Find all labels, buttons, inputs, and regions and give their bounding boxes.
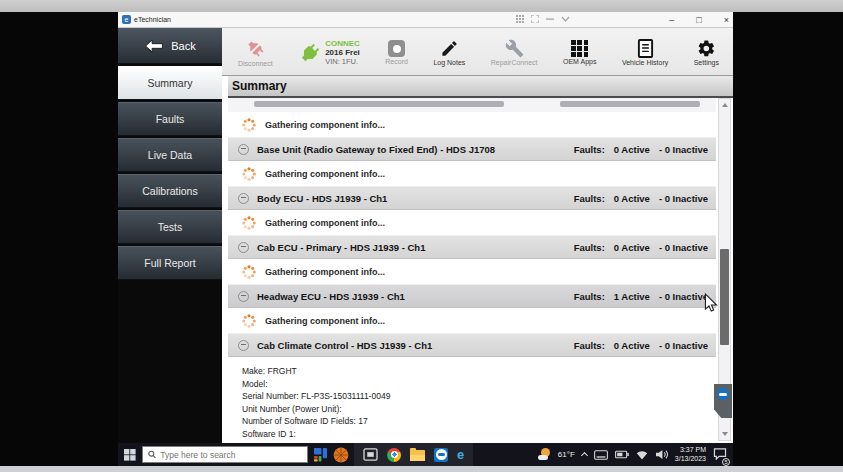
chrome-icon[interactable] (387, 448, 401, 462)
sidebar-item-tests[interactable]: Tests (118, 210, 222, 244)
search-input[interactable] (160, 450, 302, 460)
connection-status: CONNEC (325, 39, 360, 48)
sidebar-tab-label: Summary (148, 77, 193, 89)
etechnician-logo-icon: e (122, 15, 131, 24)
page-title: Summary (228, 76, 733, 98)
faults-active-count: 0 Active (614, 144, 650, 155)
sidebar-item-calibrations[interactable]: Calibrations (118, 174, 222, 208)
screen: e eTechnician – □ × Back S (0, 0, 843, 472)
connect-status[interactable]: CONNEC 2016 Frei VIN: 1FU. (298, 39, 360, 66)
spinner-icon (242, 118, 256, 132)
weather-icon[interactable] (538, 448, 551, 461)
tray-network-icon[interactable] (636, 450, 648, 460)
ecu-name: Headway ECU - HDS J1939 - Ch1 (257, 291, 566, 302)
tray-chevron-up-icon[interactable] (581, 452, 588, 459)
gathering-text: Gathering component info... (265, 316, 385, 326)
summary-panel: Summary Gathering component info... Base… (222, 76, 733, 443)
sidebar-item-full-report[interactable]: Full Report (118, 246, 222, 280)
ecu-group-row[interactable]: Body ECU - HDS J1939 - Ch1 Faults: 0 Act… (228, 186, 716, 210)
gathering-text: Gathering component info... (265, 218, 385, 228)
back-button[interactable]: Back (118, 28, 222, 64)
faults-summary: Faults: 0 Active - 0 Inactive (574, 193, 710, 204)
spinner-icon (242, 314, 256, 328)
settings-label: Settings (694, 59, 719, 66)
window-titlebar: e eTechnician – □ × (118, 12, 733, 28)
sidebar-item-faults[interactable]: Faults (118, 102, 222, 136)
taskbar: e 61°F 3:37 PM 3/13/2023 5 (118, 443, 733, 466)
log-notes-button[interactable]: Log Notes (433, 39, 465, 66)
viewer-controls (516, 15, 570, 23)
connection-vin: VIN: 1FU. (325, 57, 360, 66)
taskbar-icon-app[interactable] (363, 448, 378, 461)
collapse-icon[interactable] (238, 144, 249, 155)
gathering-text: Gathering component info... (265, 267, 385, 277)
window-controls: – □ × (669, 12, 729, 28)
detail-line: Serial Number: FL-P3S-15031111-0049 (242, 390, 716, 403)
viewer-resize-icon[interactable] (531, 15, 539, 23)
taskbar-search[interactable] (142, 446, 308, 463)
connect-plug-icon (298, 41, 322, 65)
record-button[interactable]: Record (385, 40, 408, 65)
collapse-icon[interactable] (238, 193, 249, 204)
windows-logo-icon (124, 449, 136, 461)
minimize-button[interactable]: – (669, 15, 674, 25)
spinner-icon (242, 167, 256, 181)
ecu-group-row[interactable]: Cab Climate Control - HDS J1939 - Ch1 Fa… (228, 333, 716, 357)
disconnect-label: Disconnect (238, 60, 273, 67)
ecu-group-row[interactable]: Cab ECU - Primary - HDS J1939 - Ch1 Faul… (228, 235, 716, 259)
vehicle-history-button[interactable]: Vehicle History (622, 39, 668, 66)
remote-desktop: e eTechnician – □ × Back S (118, 12, 733, 466)
collapse-icon[interactable] (238, 291, 249, 302)
sidebar-item-live-data[interactable]: Live Data (118, 138, 222, 172)
mouse-cursor (704, 293, 718, 313)
tray-keyboard-icon[interactable] (594, 450, 608, 460)
start-button[interactable] (118, 443, 142, 466)
collapse-icon[interactable] (238, 242, 249, 253)
repairconnect-button[interactable]: RepairConnect (491, 39, 538, 66)
collapse-icon[interactable] (238, 340, 249, 351)
faults-label: Faults: (574, 144, 605, 155)
faults-label: Faults: (574, 340, 605, 351)
tray-volume-icon[interactable] (655, 449, 668, 460)
document-icon (637, 39, 654, 58)
faults-inactive-count: - 0 Inactive (659, 340, 708, 351)
pencil-icon (440, 39, 459, 58)
faults-active-count: 1 Active (614, 291, 650, 302)
gathering-row: Gathering component info... (228, 112, 716, 137)
faults-label: Faults: (574, 291, 605, 302)
scroll-up-button[interactable] (719, 99, 730, 111)
scroll-down-button[interactable] (719, 428, 730, 440)
viewer-grid-icon[interactable] (516, 15, 524, 23)
pinned-icons (313, 447, 349, 463)
close-button[interactable]: × (724, 15, 729, 25)
summary-row-clipped[interactable] (228, 98, 716, 112)
faults-label: Faults: (574, 193, 605, 204)
oem-apps-button[interactable]: OEM Apps (563, 40, 596, 65)
gathering-row: Gathering component info... (228, 161, 716, 186)
gathering-text: Gathering component info... (265, 169, 385, 179)
teamviewer-taskbar-icon[interactable] (434, 448, 448, 462)
viewer-minimize-icon[interactable] (546, 15, 554, 23)
edge-icon[interactable]: e (457, 447, 464, 462)
notification-center-button[interactable]: 5 (713, 446, 727, 464)
file-explorer-icon[interactable] (410, 450, 425, 461)
maximize-button[interactable]: □ (696, 15, 701, 25)
faults-label: Faults: (574, 242, 605, 253)
back-label: Back (171, 40, 195, 52)
sidebar-tab-label: Full Report (144, 257, 195, 269)
scrollbar-thumb[interactable] (720, 249, 729, 345)
ecu-group-row[interactable]: Base Unit (Radio Gateway to Fixed End) -… (228, 137, 716, 161)
taskbar-clock[interactable]: 3:37 PM 3/13/2023 (675, 446, 706, 463)
basketball-icon[interactable] (333, 447, 349, 463)
ecu-group-row[interactable]: Headway ECU - HDS J1939 - Ch1 Faults: 1 … (228, 284, 716, 308)
sidebar-item-summary[interactable]: Summary (118, 66, 222, 100)
disconnect-button[interactable]: Disconnect (238, 38, 273, 67)
settings-button[interactable]: Settings (694, 39, 719, 66)
spinner-icon (242, 265, 256, 279)
faults-active-count: 0 Active (614, 193, 650, 204)
app-icon-tiles[interactable] (313, 447, 328, 462)
weather-temp[interactable]: 61°F (558, 450, 575, 459)
tray-battery-icon[interactable] (615, 450, 629, 459)
connection-text: CONNEC 2016 Frei VIN: 1FU. (325, 39, 360, 66)
viewer-chevron-down-icon[interactable] (561, 15, 570, 23)
